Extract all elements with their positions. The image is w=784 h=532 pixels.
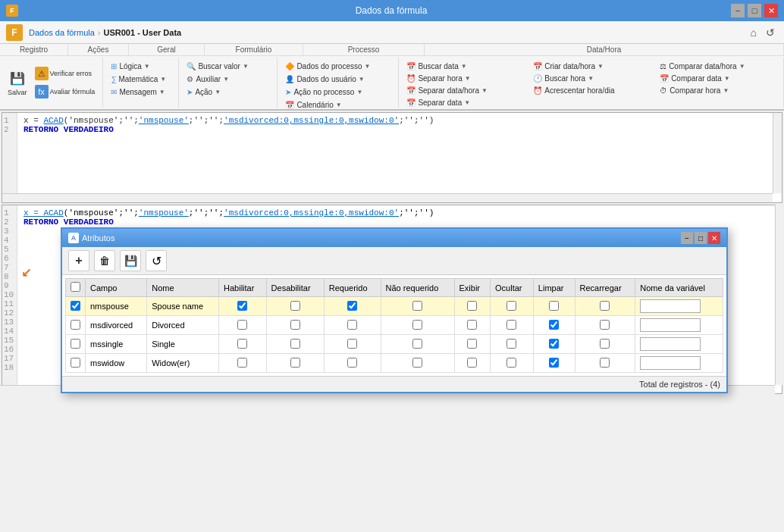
cell-naoRequerido-1[interactable] <box>412 320 422 330</box>
var-input-0[interactable] <box>640 299 701 313</box>
matematica-button[interactable]: ∑ Matemática ▼ <box>108 74 169 85</box>
cell-recarregar-1[interactable] <box>600 320 610 330</box>
auxiliar-button[interactable]: ⚙ Auxiliar ▼ <box>183 74 232 85</box>
breadcrumb-item1[interactable]: Dados da fórmula <box>29 28 95 37</box>
save-dialog-button[interactable]: 💾 <box>120 250 141 271</box>
cell-ocultar-1[interactable] <box>506 320 516 330</box>
acrescentar-hora-icon: ⏰ <box>533 86 542 95</box>
nmspouse-link[interactable]: 'nmspouse' <box>139 116 189 125</box>
evaluate-formula-button[interactable]: fx Avaliar fórmula <box>32 83 99 100</box>
auxiliar-arrow: ▼ <box>223 76 229 83</box>
cell-habilitar-0[interactable] <box>237 301 247 311</box>
add-row-button[interactable]: + <box>68 250 89 271</box>
comparar-data-button[interactable]: 📅 Comparar data ▼ <box>657 73 779 84</box>
comparar-data-hora-button[interactable]: ⚖ Comparar data/hora ▼ <box>657 61 779 72</box>
cell-naoRequerido-3[interactable] <box>412 358 422 368</box>
header-actions: ⌂ ↺ <box>748 25 778 40</box>
cell-recarregar-0[interactable] <box>600 301 610 311</box>
buscar-hora-button[interactable]: 🕐 Buscar hora ▼ <box>530 73 652 84</box>
cell-requerido-1[interactable] <box>347 320 357 330</box>
calendario-icon: 📅 <box>285 101 294 109</box>
top-hscrollbar[interactable] <box>2 193 773 202</box>
cell-desabilitar-3[interactable] <box>290 358 300 368</box>
cell-naoRequerido-0[interactable] <box>412 301 422 311</box>
save-button[interactable]: 💾 Salvar <box>5 68 30 98</box>
cell-limpar-2[interactable] <box>549 339 559 349</box>
verify-errors-button[interactable]: ⚠ Verificar erros <box>32 65 99 82</box>
ribbon-group-processo: 🔶 Dados do processo ▼ 👤 Dados do usuário… <box>278 58 399 108</box>
bottom-line-numbers: 1 2 3 4 5 6 7 8 9 10 11 12 13 14 15 16 1… <box>2 205 17 393</box>
acao-processo-button[interactable]: ➤ Ação no processo ▼ <box>282 86 365 98</box>
cell-desabilitar-0[interactable] <box>290 301 300 311</box>
cell-exibir-3[interactable] <box>467 358 477 368</box>
dialog-max-button[interactable]: □ <box>695 232 707 244</box>
dados-processo-arrow: ▼ <box>365 63 371 70</box>
buscar-valor-button[interactable]: 🔍 Buscar valor ▼ <box>183 61 252 72</box>
separar-hora-button[interactable]: ⏰ Separar hora ▼ <box>403 73 525 84</box>
cell-recarregar-2[interactable] <box>600 339 610 349</box>
var-input-3[interactable] <box>640 356 701 370</box>
row-select-checkbox-3[interactable] <box>71 358 80 368</box>
calendario-button[interactable]: 📅 Calendário ▼ <box>282 99 344 109</box>
ribbon-body: 💾 Salvar ⚠ Verificar erros fx Avaliar fó… <box>0 56 784 109</box>
bottom-vscrollbar[interactable] <box>775 205 782 385</box>
cell-limpar-3[interactable] <box>549 358 559 368</box>
buscar-data-button[interactable]: 📅 Buscar data ▼ <box>403 61 525 72</box>
cell-recarregar-3[interactable] <box>600 358 610 368</box>
acao-arrow: ▼ <box>215 89 221 95</box>
logica-button[interactable]: ⊞ Lógica ▼ <box>108 61 152 72</box>
cell-nome: Spouse name <box>147 297 219 316</box>
cell-nome-variavel <box>635 297 723 316</box>
separar-data-button[interactable]: 📅 Separar data ▼ <box>403 97 525 108</box>
cell-habilitar-2[interactable] <box>237 339 247 349</box>
maximize-button[interactable]: □ <box>748 4 761 17</box>
acao-button[interactable]: ➤ Ação ▼ <box>183 86 224 98</box>
var-input-1[interactable] <box>640 318 701 332</box>
separar-data-icon: 📅 <box>406 99 416 107</box>
code-line-2: RETORNO VERDADEIRO <box>24 125 776 134</box>
th-desabilitar: Desabilitar <box>266 279 324 297</box>
cell-desabilitar-1[interactable] <box>290 320 300 330</box>
dialog-close-button[interactable]: ✕ <box>708 232 720 244</box>
mensagem-button[interactable]: ✉ Mensagem ▼ <box>108 86 168 98</box>
minimize-button[interactable]: − <box>731 4 745 17</box>
row-select-checkbox-2[interactable] <box>71 339 80 349</box>
row-select-checkbox-0[interactable] <box>71 301 80 311</box>
cell-ocultar-0[interactable] <box>506 301 516 311</box>
var-input-2[interactable] <box>640 337 701 351</box>
condition-link[interactable]: 'msdivorced:0,mssingle:0,mswidow:0' <box>224 116 399 125</box>
row-select-checkbox-1[interactable] <box>71 320 80 330</box>
ribbon-label-data-hora: Data/Hora <box>425 44 784 55</box>
back-button[interactable]: ⌂ <box>748 25 760 40</box>
close-button[interactable]: ✕ <box>764 4 778 17</box>
cell-exibir-1[interactable] <box>467 320 477 330</box>
cell-exibir-2[interactable] <box>467 339 477 349</box>
select-all-checkbox[interactable] <box>71 282 80 292</box>
cell-exibir-0[interactable] <box>467 301 477 311</box>
cell-habilitar-3[interactable] <box>237 358 247 368</box>
top-vscrollbar[interactable] <box>773 113 782 193</box>
cell-requerido-2[interactable] <box>347 339 357 349</box>
cell-habilitar-1[interactable] <box>237 320 247 330</box>
refresh-dialog-button[interactable]: ↺ <box>146 250 167 271</box>
cell-ocultar-2[interactable] <box>506 339 516 349</box>
cell-naoRequerido-2[interactable] <box>412 339 422 349</box>
cell-ocultar-3[interactable] <box>506 358 516 368</box>
cell-requerido-3[interactable] <box>347 358 357 368</box>
acad-link[interactable]: ACAD <box>43 116 63 125</box>
dados-usuario-button[interactable]: 👤 Dados do usuário ▼ <box>282 74 367 85</box>
acrescentar-hora-button[interactable]: ⏰ Acrescentar hora/dia <box>530 85 652 96</box>
refresh-button[interactable]: ↺ <box>763 25 778 40</box>
dialog-min-button[interactable]: − <box>681 232 693 244</box>
cell-limpar-1[interactable] <box>549 320 559 330</box>
app-header-icon: F <box>6 24 23 41</box>
cell-limpar-0[interactable] <box>549 301 559 311</box>
comparar-hora-button[interactable]: ⏱ Comparar hora ▼ <box>657 85 779 96</box>
dados-processo-button[interactable]: 🔶 Dados do processo ▼ <box>282 61 373 72</box>
criar-data-button[interactable]: 📅 Criar data/hora ▼ <box>530 61 652 72</box>
delete-row-button[interactable]: 🗑 <box>94 250 115 271</box>
separar-data-hora-button[interactable]: 📅 Separar data/hora ▼ <box>403 85 525 96</box>
cell-desabilitar-2[interactable] <box>290 339 300 349</box>
dialog-title-text: Atributos <box>82 233 114 243</box>
cell-requerido-0[interactable] <box>347 301 357 311</box>
